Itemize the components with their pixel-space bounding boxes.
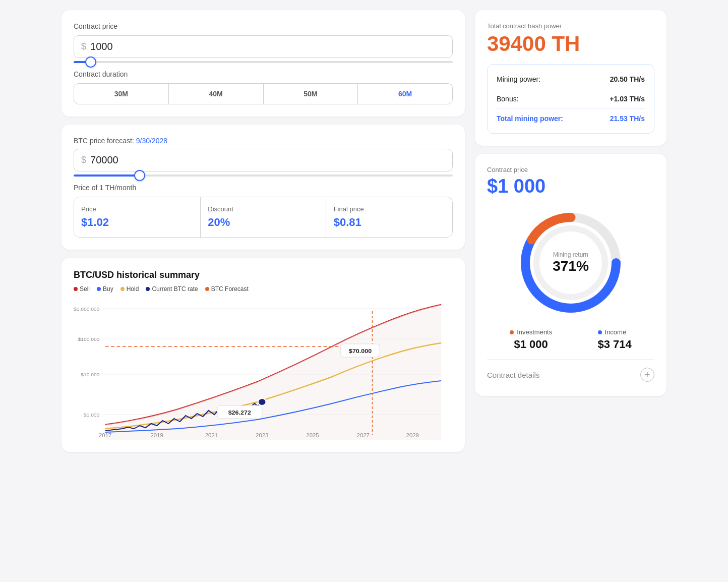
svg-text:2027: 2027: [357, 433, 370, 438]
contract-details-expand-button[interactable]: +: [640, 368, 654, 382]
donut-label: Mining return: [553, 251, 589, 258]
final-price-label: Final price: [334, 205, 445, 213]
tab-50m[interactable]: 50M: [264, 84, 358, 104]
contract-price-slider-track: [74, 61, 453, 63]
hash-power-card: Total contract hash power 39400 TH Minin…: [475, 10, 666, 146]
tab-40m[interactable]: 40M: [169, 84, 264, 104]
mining-power-value: 20.50 TH/s: [610, 75, 645, 83]
donut-value: 371%: [553, 258, 589, 274]
investments-label: Investments: [517, 328, 552, 336]
final-price-value: $0.81: [334, 216, 445, 229]
contract-details-row: Contract details +: [487, 359, 654, 384]
btc-price-slider-thumb[interactable]: [134, 170, 145, 181]
income-label: Income: [605, 328, 627, 336]
discount-value: 20%: [208, 216, 318, 229]
price-grid: Price $1.02 Discount 20% Final price $0.…: [74, 197, 453, 238]
income-dot: [598, 330, 602, 334]
svg-text:$1.000.000: $1.000.000: [74, 307, 99, 312]
legend-buy: Buy: [97, 285, 113, 293]
btc-price-display: 70000: [90, 154, 118, 166]
bonus-label: Bonus:: [497, 95, 519, 103]
contract-price-card: Contract price $1 000 Mining return 371%: [475, 154, 666, 396]
price-value: $1.02: [81, 216, 193, 229]
chart-title: BTC/USD historical summary: [74, 270, 453, 280]
svg-text:2017: 2017: [99, 433, 111, 438]
svg-text:$70.000: $70.000: [349, 348, 372, 354]
contract-price-card-value: $1 000: [487, 176, 654, 197]
plus-icon: +: [645, 370, 650, 380]
svg-text:$10.000: $10.000: [81, 372, 99, 377]
svg-text:2019: 2019: [151, 433, 163, 438]
hash-value: 39400 TH: [487, 32, 654, 56]
sell-dot: [74, 287, 78, 291]
contract-price-display: 1000: [90, 41, 113, 52]
buy-dot: [97, 287, 101, 291]
duration-tabs: 30M 40M 50M 60M: [74, 83, 453, 104]
contract-price-card-label: Contract price: [487, 166, 654, 173]
mining-power-label: Mining power:: [497, 75, 540, 83]
chart-svg: $1.000.000 $100.000 $10.000 $1.000: [74, 299, 453, 440]
total-mining-label: Total mining power:: [497, 114, 563, 123]
chart-section: BTC/USD historical summary Sell Buy Hold…: [62, 258, 465, 452]
th-price-label: Price of 1 TH/month: [74, 184, 453, 192]
legend-btc-forecast: BTC Forecast: [205, 285, 249, 293]
investments-dot: [510, 330, 514, 334]
contract-price-label: Contract price: [74, 22, 453, 30]
main-container: Contract price $ 1000 Contract duration …: [62, 10, 666, 452]
btc-forecast-section: BTC price forecast: 9/30/2028 $ 70000 Pr…: [62, 125, 465, 250]
btc-forecast-label: BTC price forecast: 9/30/2028: [74, 137, 453, 145]
dollar-sign: $: [81, 41, 86, 52]
chart-area: $1.000.000 $100.000 $10.000 $1.000: [74, 299, 453, 440]
legend-hold: Hold: [120, 285, 139, 293]
btc-price-input-box: $ 70000: [74, 149, 453, 171]
discount-cell: Discount 20%: [200, 197, 326, 237]
donut-area: Mining return 371%: [487, 207, 654, 318]
bonus-row: Bonus: +1.03 TH/s: [497, 92, 645, 105]
btc-price-slider-track: [74, 174, 453, 177]
legend-current-btc: Current BTC rate: [146, 285, 198, 293]
contract-price-input-box: $ 1000: [74, 35, 453, 58]
current-btc-dot: [146, 287, 150, 291]
left-panel: Contract price $ 1000 Contract duration …: [62, 10, 465, 452]
chart-legend: Sell Buy Hold Current BTC rate BTC Forec…: [74, 285, 453, 293]
svg-text:$1.000: $1.000: [84, 413, 99, 418]
btc-forecast-dot: [205, 287, 209, 291]
right-panel: Total contract hash power 39400 TH Minin…: [475, 10, 666, 452]
mining-power-row: Mining power: 20.50 TH/s: [497, 73, 645, 86]
investments-dot-row: Investments: [510, 328, 552, 336]
svg-text:$26.272: $26.272: [228, 410, 252, 416]
income-item: Income $3 714: [598, 328, 632, 351]
invest-row: Investments $1 000 Income $3 714: [487, 328, 654, 351]
svg-text:2021: 2021: [205, 433, 218, 438]
price-cell: Price $1.02: [74, 197, 200, 237]
svg-point-12: [258, 398, 266, 405]
hold-dot: [120, 287, 125, 291]
duration-label: Contract duration: [74, 70, 453, 78]
income-value: $3 714: [598, 338, 632, 351]
final-price-cell: Final price $0.81: [327, 197, 452, 237]
income-dot-row: Income: [598, 328, 632, 336]
hash-details-box: Mining power: 20.50 TH/s Bonus: +1.03 TH…: [487, 64, 654, 134]
hash-label: Total contract hash power: [487, 22, 654, 30]
svg-text:2025: 2025: [306, 433, 319, 438]
donut-center: Mining return 371%: [553, 251, 589, 274]
legend-sell: Sell: [74, 285, 90, 293]
contract-price-slider-thumb[interactable]: [85, 56, 96, 68]
svg-text:$100.000: $100.000: [78, 337, 100, 342]
discount-label: Discount: [208, 205, 318, 213]
tab-60m[interactable]: 60M: [358, 84, 452, 104]
investments-value: $1 000: [510, 338, 552, 351]
svg-text:2023: 2023: [256, 433, 268, 438]
price-label: Price: [81, 205, 193, 213]
investments-item: Investments $1 000: [510, 328, 552, 351]
tab-30m[interactable]: 30M: [74, 84, 169, 104]
bonus-value: +1.03 TH/s: [610, 95, 645, 103]
dollar-sign-btc: $: [81, 155, 86, 165]
total-mining-value: 21.53 TH/s: [610, 114, 645, 123]
svg-text:2029: 2029: [406, 433, 419, 438]
contract-price-section: Contract price $ 1000 Contract duration …: [62, 10, 465, 117]
contract-details-text: Contract details: [487, 371, 539, 379]
btc-forecast-date[interactable]: 9/30/2028: [136, 137, 167, 145]
total-mining-row: Total mining power: 21.53 TH/s: [497, 112, 645, 125]
